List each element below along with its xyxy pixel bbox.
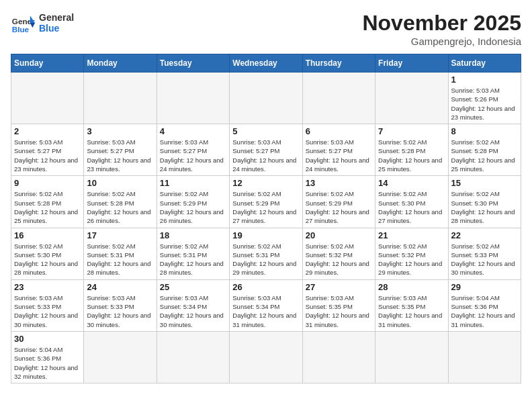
calendar-cell: 9Sunrise: 5:02 AMSunset: 5:28 PMDaylight… (11, 176, 84, 228)
calendar-cell: 19Sunrise: 5:02 AMSunset: 5:31 PMDayligh… (230, 228, 302, 279)
header-thursday: Thursday (302, 54, 375, 73)
day-info: Sunrise: 5:02 AMSunset: 5:30 PMDaylight:… (451, 189, 518, 225)
day-number: 25 (160, 282, 226, 292)
day-info: Sunrise: 5:02 AMSunset: 5:29 PMDaylight:… (160, 189, 226, 225)
day-number: 4 (160, 126, 226, 136)
calendar-cell (375, 73, 448, 124)
location: Gampengrejo, Indonesia (362, 36, 521, 47)
day-info: Sunrise: 5:03 AMSunset: 5:34 PMDaylight:… (232, 293, 299, 329)
logo-general-text: General (39, 12, 74, 23)
logo: General Blue General Blue (11, 11, 74, 35)
calendar-cell (157, 331, 229, 383)
day-number: 14 (378, 178, 445, 188)
calendar-cell (230, 331, 302, 383)
page-header: General Blue General Blue November 2025 … (11, 11, 521, 47)
header-monday: Monday (84, 54, 157, 73)
day-info: Sunrise: 5:02 AMSunset: 5:33 PMDaylight:… (451, 242, 518, 277)
day-info: Sunrise: 5:02 AMSunset: 5:30 PMDaylight:… (14, 242, 81, 277)
header-saturday: Saturday (448, 54, 521, 73)
calendar-cell (84, 331, 157, 383)
calendar-cell: 27Sunrise: 5:03 AMSunset: 5:35 PMDayligh… (302, 279, 375, 331)
day-number: 16 (14, 230, 81, 240)
calendar-cell: 30Sunrise: 5:04 AMSunset: 5:36 PMDayligh… (11, 331, 84, 383)
day-number: 1 (451, 75, 518, 85)
calendar-cell: 10Sunrise: 5:02 AMSunset: 5:28 PMDayligh… (84, 176, 157, 228)
day-number: 22 (451, 230, 518, 240)
calendar-cell: 28Sunrise: 5:03 AMSunset: 5:35 PMDayligh… (375, 279, 448, 331)
calendar-cell (375, 331, 448, 383)
calendar-cell: 22Sunrise: 5:02 AMSunset: 5:33 PMDayligh… (448, 228, 521, 279)
day-number: 28 (378, 282, 445, 292)
day-number: 24 (87, 282, 153, 292)
day-number: 9 (14, 178, 81, 188)
calendar-header-row: SundayMondayTuesdayWednesdayThursdayFrid… (11, 54, 521, 73)
calendar-cell: 8Sunrise: 5:02 AMSunset: 5:28 PMDaylight… (448, 124, 521, 176)
header-wednesday: Wednesday (230, 54, 302, 73)
day-number: 10 (87, 178, 153, 188)
day-number: 15 (451, 178, 518, 188)
day-number: 30 (14, 334, 81, 344)
calendar-cell (11, 73, 84, 124)
day-info: Sunrise: 5:03 AMSunset: 5:27 PMDaylight:… (14, 138, 81, 173)
calendar-cell: 4Sunrise: 5:03 AMSunset: 5:27 PMDaylight… (157, 124, 229, 176)
month-title: November 2025 (362, 11, 521, 36)
day-number: 8 (451, 126, 518, 136)
calendar-cell: 2Sunrise: 5:03 AMSunset: 5:27 PMDaylight… (11, 124, 84, 176)
day-number: 2 (14, 126, 81, 136)
day-number: 21 (378, 230, 445, 240)
header-sunday: Sunday (11, 54, 84, 73)
day-info: Sunrise: 5:02 AMSunset: 5:29 PMDaylight:… (306, 189, 372, 225)
day-info: Sunrise: 5:02 AMSunset: 5:29 PMDaylight:… (232, 189, 299, 225)
day-info: Sunrise: 5:02 AMSunset: 5:31 PMDaylight:… (87, 242, 153, 277)
day-info: Sunrise: 5:02 AMSunset: 5:31 PMDaylight:… (232, 242, 299, 277)
calendar-cell: 29Sunrise: 5:04 AMSunset: 5:36 PMDayligh… (448, 279, 521, 331)
calendar-cell: 26Sunrise: 5:03 AMSunset: 5:34 PMDayligh… (230, 279, 302, 331)
calendar-cell: 20Sunrise: 5:02 AMSunset: 5:32 PMDayligh… (302, 228, 375, 279)
calendar-cell (157, 73, 229, 124)
calendar-cell: 24Sunrise: 5:03 AMSunset: 5:33 PMDayligh… (84, 279, 157, 331)
day-info: Sunrise: 5:02 AMSunset: 5:32 PMDaylight:… (306, 242, 372, 277)
day-number: 20 (306, 230, 372, 240)
calendar-cell: 12Sunrise: 5:02 AMSunset: 5:29 PMDayligh… (230, 176, 302, 228)
day-number: 3 (87, 126, 153, 136)
day-number: 11 (160, 178, 226, 188)
day-info: Sunrise: 5:02 AMSunset: 5:30 PMDaylight:… (378, 189, 445, 225)
calendar-cell: 23Sunrise: 5:03 AMSunset: 5:33 PMDayligh… (11, 279, 84, 331)
day-info: Sunrise: 5:04 AMSunset: 5:36 PMDaylight:… (14, 345, 81, 381)
calendar-cell: 17Sunrise: 5:02 AMSunset: 5:31 PMDayligh… (84, 228, 157, 279)
day-info: Sunrise: 5:03 AMSunset: 5:33 PMDaylight:… (87, 293, 153, 329)
day-info: Sunrise: 5:03 AMSunset: 5:27 PMDaylight:… (232, 138, 299, 173)
calendar-week-row: 30Sunrise: 5:04 AMSunset: 5:36 PMDayligh… (11, 331, 521, 383)
calendar-cell: 13Sunrise: 5:02 AMSunset: 5:29 PMDayligh… (302, 176, 375, 228)
calendar-cell: 15Sunrise: 5:02 AMSunset: 5:30 PMDayligh… (448, 176, 521, 228)
day-info: Sunrise: 5:03 AMSunset: 5:27 PMDaylight:… (306, 138, 372, 173)
calendar-cell: 1Sunrise: 5:03 AMSunset: 5:26 PMDaylight… (448, 73, 521, 124)
day-number: 23 (14, 282, 81, 292)
day-info: Sunrise: 5:02 AMSunset: 5:31 PMDaylight:… (160, 242, 226, 277)
header-tuesday: Tuesday (157, 54, 229, 73)
calendar-cell: 7Sunrise: 5:02 AMSunset: 5:28 PMDaylight… (375, 124, 448, 176)
day-info: Sunrise: 5:03 AMSunset: 5:35 PMDaylight:… (306, 293, 372, 329)
calendar-week-row: 23Sunrise: 5:03 AMSunset: 5:33 PMDayligh… (11, 279, 521, 331)
calendar-cell (302, 73, 375, 124)
day-info: Sunrise: 5:03 AMSunset: 5:27 PMDaylight:… (160, 138, 226, 173)
title-block: November 2025 Gampengrejo, Indonesia (362, 11, 521, 47)
calendar-cell: 14Sunrise: 5:02 AMSunset: 5:30 PMDayligh… (375, 176, 448, 228)
day-info: Sunrise: 5:03 AMSunset: 5:26 PMDaylight:… (451, 86, 518, 122)
calendar-cell: 21Sunrise: 5:02 AMSunset: 5:32 PMDayligh… (375, 228, 448, 279)
calendar-cell: 25Sunrise: 5:03 AMSunset: 5:34 PMDayligh… (157, 279, 229, 331)
svg-text:Blue: Blue (12, 25, 30, 34)
day-info: Sunrise: 5:02 AMSunset: 5:28 PMDaylight:… (378, 138, 445, 173)
day-info: Sunrise: 5:03 AMSunset: 5:33 PMDaylight:… (14, 293, 81, 329)
day-info: Sunrise: 5:03 AMSunset: 5:35 PMDaylight:… (378, 293, 445, 329)
calendar-table: SundayMondayTuesdayWednesdayThursdayFrid… (11, 54, 521, 383)
calendar-cell (84, 73, 157, 124)
day-info: Sunrise: 5:04 AMSunset: 5:36 PMDaylight:… (451, 293, 518, 329)
calendar-cell: 3Sunrise: 5:03 AMSunset: 5:27 PMDaylight… (84, 124, 157, 176)
day-number: 27 (306, 282, 372, 292)
calendar-cell (302, 331, 375, 383)
day-info: Sunrise: 5:02 AMSunset: 5:28 PMDaylight:… (14, 189, 81, 225)
calendar-cell (448, 331, 521, 383)
calendar-cell: 6Sunrise: 5:03 AMSunset: 5:27 PMDaylight… (302, 124, 375, 176)
day-info: Sunrise: 5:03 AMSunset: 5:27 PMDaylight:… (87, 138, 153, 173)
